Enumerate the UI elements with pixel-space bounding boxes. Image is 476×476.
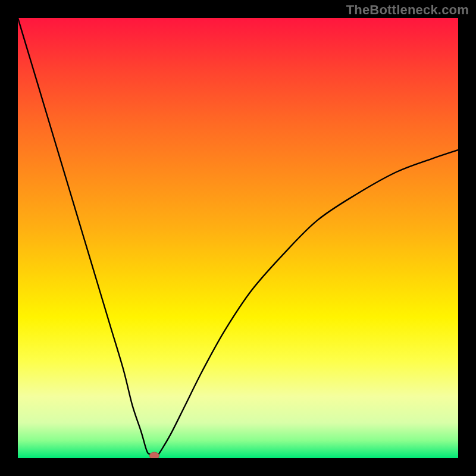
watermark-text: TheBottleneck.com bbox=[346, 2, 469, 18]
chart-svg bbox=[18, 18, 458, 458]
chart-frame: TheBottleneck.com bbox=[0, 0, 476, 476]
optimal-point-marker bbox=[149, 452, 159, 458]
bottleneck-curve bbox=[18, 18, 458, 456]
